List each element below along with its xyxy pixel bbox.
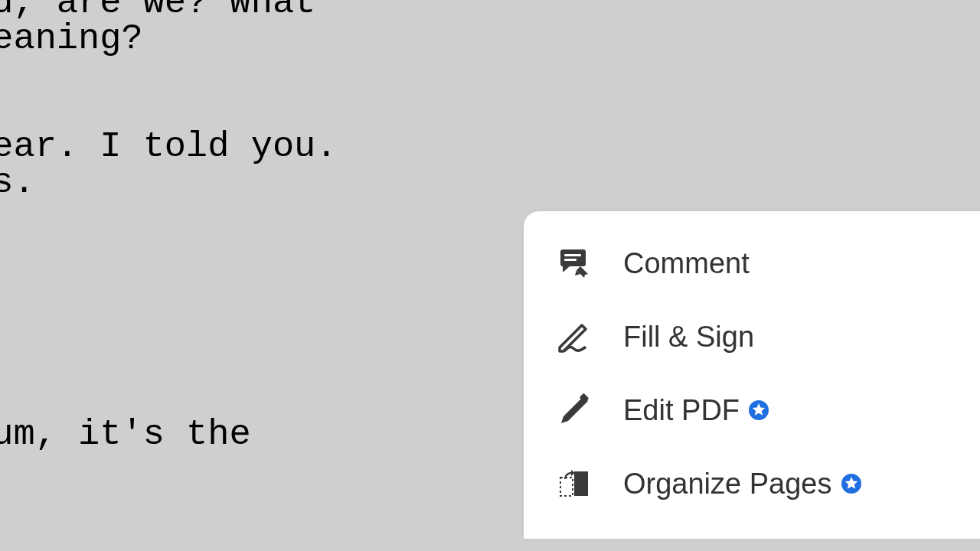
tool-organize-pages[interactable]: Organize Pages <box>524 447 980 520</box>
premium-star-icon <box>841 474 861 494</box>
tool-label: Comment <box>623 247 750 280</box>
svg-rect-1 <box>564 259 577 261</box>
tool-label: Edit PDF <box>623 394 740 427</box>
tool-edit-pdf[interactable]: Edit PDF <box>524 373 980 447</box>
svg-rect-4 <box>574 471 588 496</box>
edit-pdf-icon <box>557 393 591 427</box>
tool-label: Fill & Sign <box>623 321 754 354</box>
premium-star-icon <box>749 400 769 420</box>
svg-rect-0 <box>564 254 581 256</box>
fill-sign-icon <box>557 320 591 354</box>
comment-icon <box>557 246 591 280</box>
tool-fill-sign[interactable]: Fill & Sign <box>524 300 980 373</box>
organize-pages-icon <box>557 467 591 500</box>
document-text: e world, are we? What use cleaning? A re… <box>0 0 338 488</box>
svg-rect-5 <box>560 478 573 496</box>
tool-comment[interactable]: Comment <box>524 239 980 300</box>
tool-label: Organize Pages <box>623 468 832 500</box>
tools-panel: Comment Fill & Sign Edit PDF <box>524 211 980 539</box>
